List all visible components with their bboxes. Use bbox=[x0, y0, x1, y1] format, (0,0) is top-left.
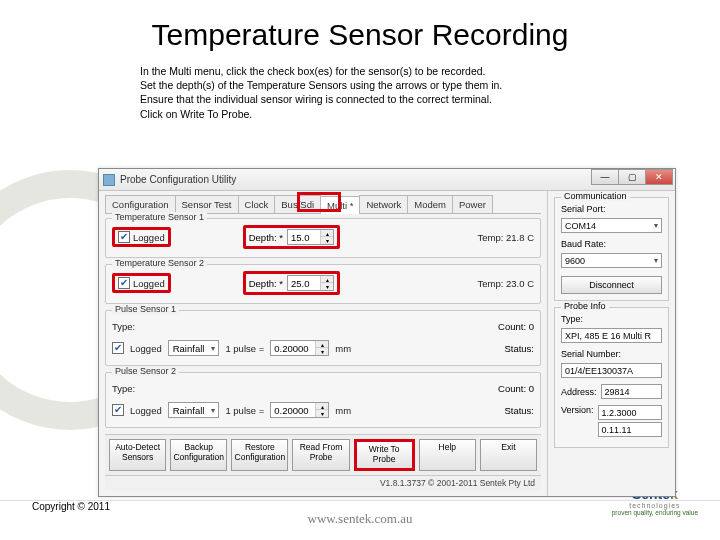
pulse1-up[interactable]: ▴ bbox=[316, 341, 328, 348]
close-button[interactable]: ✕ bbox=[645, 169, 673, 185]
tab-configuration[interactable]: Configuration bbox=[105, 195, 176, 213]
logo-subtitle: technologies bbox=[612, 502, 698, 509]
app-icon bbox=[103, 174, 115, 186]
depth-label: Depth: * bbox=[249, 278, 283, 289]
pulse1-logged-checkbox[interactable]: ✔ bbox=[112, 342, 124, 354]
maximize-button[interactable]: ▢ bbox=[618, 169, 646, 185]
logged-label: Logged bbox=[133, 278, 165, 289]
type-label: Type: bbox=[112, 321, 135, 332]
backup-button[interactable]: Backup Configuration bbox=[170, 439, 227, 471]
instruction-line: Click on Write To Probe. bbox=[140, 107, 720, 121]
baud-rate-label: Baud Rate: bbox=[561, 239, 662, 249]
minimize-button[interactable]: — bbox=[591, 169, 619, 185]
group-temp-sensor-2: Temperature Sensor 2 ✔ Logged Depth: * 2… bbox=[105, 264, 541, 304]
window-titlebar: Probe Configuration Utility — ▢ ✕ bbox=[99, 169, 675, 191]
status-bar: V1.8.1.3737 © 2001-2011 Sentek Pty Ltd bbox=[105, 475, 541, 490]
pulse2-unit: mm bbox=[335, 405, 351, 416]
probe-info-group: Probe Info Type: XPI, 485 E 16 Multi R S… bbox=[554, 307, 669, 448]
read-from-probe-button[interactable]: Read From Probe bbox=[292, 439, 349, 471]
pulse2-value[interactable]: 0.20000 bbox=[271, 405, 315, 416]
communication-group: Communication Serial Port: COM14 Baud Ra… bbox=[554, 197, 669, 301]
group-title: Probe Info bbox=[561, 301, 609, 311]
depth-label: Depth: * bbox=[249, 232, 283, 243]
restore-button[interactable]: Restore Configuration bbox=[231, 439, 288, 471]
tab-power[interactable]: Power bbox=[452, 195, 493, 213]
group-title: Temperature Sensor 1 bbox=[112, 212, 207, 222]
instructions-block: In the Multi menu, click the check box(e… bbox=[0, 56, 720, 129]
version-label: Version: bbox=[561, 405, 594, 437]
pulse-equals-label: 1 pulse = bbox=[225, 343, 264, 354]
highlight-depth-2: Depth: * 25.0 ▴▾ bbox=[243, 271, 340, 295]
exit-button[interactable]: Exit bbox=[480, 439, 537, 471]
count-label: Count: bbox=[498, 383, 526, 394]
logo-tagline: proven quality, enduring value bbox=[612, 509, 698, 516]
highlight-logged-2: ✔ Logged bbox=[112, 273, 171, 293]
pulse2-type-select[interactable]: Rainfall bbox=[168, 402, 220, 418]
tab-clock[interactable]: Clock bbox=[238, 195, 276, 213]
logged-checkbox-2[interactable]: ✔ bbox=[118, 277, 130, 289]
count-label: Count: bbox=[498, 321, 526, 332]
pulse2-up[interactable]: ▴ bbox=[316, 403, 328, 410]
pulse1-value-spinner[interactable]: 0.20000 ▴▾ bbox=[270, 340, 329, 356]
group-title: Temperature Sensor 2 bbox=[112, 258, 207, 268]
footer-url: www.sentek.com.au bbox=[308, 511, 413, 527]
depth-up-1[interactable]: ▴ bbox=[321, 230, 333, 237]
group-title: Pulse Sensor 2 bbox=[112, 366, 179, 376]
auto-detect-button[interactable]: Auto-Detect Sensors bbox=[109, 439, 166, 471]
window-title: Probe Configuration Utility bbox=[120, 174, 236, 185]
group-temp-sensor-1: Temperature Sensor 1 ✔ Logged Depth: * 1… bbox=[105, 218, 541, 258]
highlight-logged-1: ✔ Logged bbox=[112, 227, 171, 247]
group-pulse-sensor-1: Pulse Sensor 1 Type: Count: 0 ✔ Logged R… bbox=[105, 310, 541, 366]
pulse1-value[interactable]: 0.20000 bbox=[271, 343, 315, 354]
serial-number-label: Serial Number: bbox=[561, 349, 662, 359]
logged-label: Logged bbox=[130, 405, 162, 416]
serial-number-value: 01/4/EE130037A bbox=[561, 363, 662, 378]
group-title: Communication bbox=[561, 191, 630, 201]
group-pulse-sensor-2: Pulse Sensor 2 Type: Count: 0 ✔ Logged R… bbox=[105, 372, 541, 428]
tab-modem[interactable]: Modem bbox=[407, 195, 453, 213]
depth-spinner-1[interactable]: 15.0 ▴▾ bbox=[287, 229, 334, 245]
instruction-line: Ensure that the individual sensor wiring… bbox=[140, 92, 720, 106]
write-to-probe-button[interactable]: Write To Probe bbox=[354, 439, 415, 471]
baud-rate-select[interactable]: 9600 bbox=[561, 253, 662, 268]
tab-sensor-test[interactable]: Sensor Test bbox=[175, 195, 239, 213]
depth-value-2[interactable]: 25.0 bbox=[288, 278, 320, 289]
temp-readout-1: Temp: 21.8 C bbox=[477, 232, 534, 243]
depth-up-2[interactable]: ▴ bbox=[321, 276, 333, 283]
help-button[interactable]: Help bbox=[419, 439, 476, 471]
probe-type-value: XPI, 485 E 16 Multi R bbox=[561, 328, 662, 343]
serial-port-label: Serial Port: bbox=[561, 204, 662, 214]
address-label: Address: bbox=[561, 387, 597, 397]
slide-title: Temperature Sensor Recording bbox=[0, 0, 720, 56]
status-label: Status: bbox=[504, 343, 534, 354]
address-value: 29814 bbox=[601, 384, 662, 399]
status-label: Status: bbox=[504, 405, 534, 416]
logged-label: Logged bbox=[133, 232, 165, 243]
depth-down-2[interactable]: ▾ bbox=[321, 283, 333, 290]
pulse1-unit: mm bbox=[335, 343, 351, 354]
pulse1-type-select[interactable]: Rainfall bbox=[168, 340, 220, 356]
instruction-line: In the Multi menu, click the check box(e… bbox=[140, 64, 720, 78]
group-title: Pulse Sensor 1 bbox=[112, 304, 179, 314]
highlight-depth-1: Depth: * 15.0 ▴▾ bbox=[243, 225, 340, 249]
instruction-line: Set the depth(s) of the Temperature Sens… bbox=[140, 78, 720, 92]
disconnect-button[interactable]: Disconnect bbox=[561, 276, 662, 294]
pulse-equals-label: 1 pulse = bbox=[225, 405, 264, 416]
logged-checkbox-1[interactable]: ✔ bbox=[118, 231, 130, 243]
logged-label: Logged bbox=[130, 343, 162, 354]
tab-network[interactable]: Network bbox=[359, 195, 408, 213]
right-panel: Communication Serial Port: COM14 Baud Ra… bbox=[547, 191, 675, 496]
pulse2-down[interactable]: ▾ bbox=[316, 410, 328, 417]
serial-port-select[interactable]: COM14 bbox=[561, 218, 662, 233]
depth-spinner-2[interactable]: 25.0 ▴▾ bbox=[287, 275, 334, 291]
depth-value-1[interactable]: 15.0 bbox=[288, 232, 320, 243]
pulse2-logged-checkbox[interactable]: ✔ bbox=[112, 404, 124, 416]
depth-down-1[interactable]: ▾ bbox=[321, 237, 333, 244]
count-value: 0 bbox=[529, 321, 534, 332]
type-label: Type: bbox=[112, 383, 135, 394]
probe-config-window: Probe Configuration Utility — ▢ ✕ Config… bbox=[98, 168, 676, 497]
pulse1-down[interactable]: ▾ bbox=[316, 348, 328, 355]
pulse2-value-spinner[interactable]: 0.20000 ▴▾ bbox=[270, 402, 329, 418]
version-value-1: 1.2.3000 bbox=[598, 405, 662, 420]
version-value-2: 0.11.11 bbox=[598, 422, 662, 437]
